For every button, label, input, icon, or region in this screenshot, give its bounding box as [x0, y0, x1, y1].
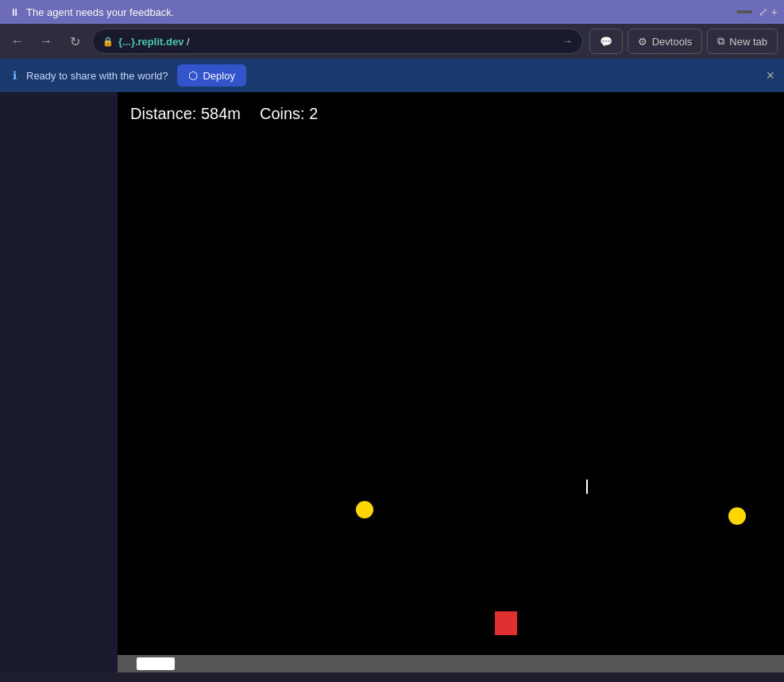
- deploy-banner: ℹ Ready to share with the world? ⬡ Deplo…: [0, 59, 784, 92]
- lock-icon: 🔒: [102, 37, 114, 47]
- deploy-button[interactable]: ⬡ Deploy: [177, 64, 245, 87]
- info-icon: ℹ: [13, 69, 17, 82]
- address-bar[interactable]: 🔒 {...}.replit.dev / →: [92, 29, 583, 54]
- new-tab-label: New tab: [729, 36, 767, 48]
- devtools-icon: ⚙: [638, 36, 647, 48]
- reload-button[interactable]: ↻: [64, 30, 86, 52]
- distance-value: 584m: [201, 105, 241, 122]
- reload-icon: ↻: [70, 34, 80, 49]
- distance-stat: Distance: 584m: [130, 105, 241, 123]
- feedback-action-button[interactable]: [736, 10, 752, 13]
- distance-label: Distance:: [130, 105, 196, 122]
- chat-button[interactable]: 💬: [589, 29, 623, 54]
- chat-icon: 💬: [600, 36, 612, 48]
- forward-button[interactable]: →: [35, 30, 57, 52]
- feedback-text: The agent needs your feedback.: [26, 6, 174, 18]
- coins-value: 2: [309, 105, 318, 122]
- back-arrow-icon: ←: [11, 34, 24, 48]
- text-cursor: [586, 480, 588, 494]
- coin-2: [728, 507, 746, 525]
- feedback-actions: [736, 10, 752, 13]
- main-content: Distance: 584m Coins: 2: [0, 92, 784, 672]
- address-bar-right: 💬 ⚙ Devtools ⧉ New tab: [589, 29, 778, 54]
- scrollbar-container[interactable]: [118, 655, 784, 672]
- coin-1: [356, 501, 373, 518]
- forward-arrow-icon: →: [40, 34, 52, 48]
- coins-stat: Coins: 2: [260, 105, 318, 123]
- new-tab-icon: ⧉: [717, 35, 724, 48]
- deploy-icon: ⬡: [188, 69, 198, 82]
- devtools-label: Devtools: [652, 36, 693, 48]
- address-bar-arrow-icon: →: [563, 36, 573, 47]
- game-stats: Distance: 584m Coins: 2: [130, 105, 318, 123]
- resize-icons: ⤢ +: [759, 6, 778, 18]
- new-tab-button[interactable]: ⧉ New tab: [707, 29, 778, 54]
- feedback-bar: ⏸ The agent needs your feedback. ⤢ +: [0, 0, 784, 24]
- sidebar: [0, 92, 118, 672]
- scrollbar-thumb[interactable]: [137, 657, 175, 670]
- nav-bar: ← → ↻ 🔒 {...}.replit.dev / → 💬 ⚙ Devtool…: [0, 24, 784, 59]
- expand-icon: +: [771, 6, 778, 18]
- deploy-label: Deploy: [203, 70, 234, 82]
- banner-text: Ready to share with the world?: [26, 70, 168, 82]
- back-button[interactable]: ←: [6, 30, 29, 52]
- coins-label: Coins:: [260, 105, 305, 122]
- obstacle-1: [495, 611, 517, 635]
- url-brand: {...}.replit.dev /: [118, 36, 190, 48]
- devtools-button[interactable]: ⚙ Devtools: [628, 29, 703, 54]
- game-area[interactable]: Distance: 584m Coins: 2: [118, 92, 784, 672]
- banner-close-button[interactable]: ×: [766, 68, 774, 83]
- resize-icon: ⤢: [759, 6, 768, 18]
